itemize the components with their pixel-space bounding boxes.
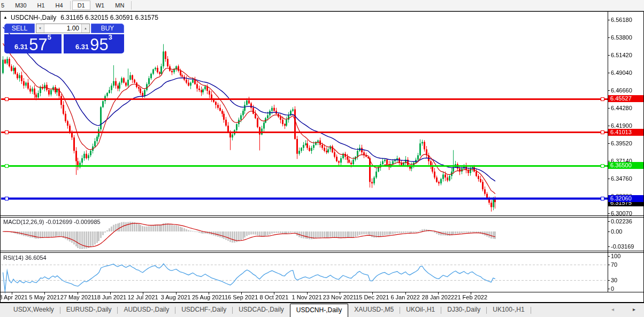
date-tick-label: 8 Oct 2021 <box>259 294 288 300</box>
sell-price-small: 6.31 <box>14 42 28 52</box>
price-tick-mark <box>608 143 610 144</box>
rsi-tick-label: 30 <box>611 277 617 283</box>
chart-tab-ukoil-h1[interactable]: UKOil-,H1 <box>400 303 441 317</box>
rsi-panel-bottom-border <box>1 292 643 292</box>
tab-scroll-left-button[interactable]: ◂ <box>611 306 614 312</box>
timeframe-button-D1[interactable]: D1 <box>72 1 90 10</box>
date-tick-label: 18 Jun 2021 <box>94 294 127 300</box>
date-tick-label: 15 Dec 2021 <box>356 294 389 300</box>
date-tick-label: 12 Jul 2021 <box>128 294 158 300</box>
macd-label: MACD(12,26,9) -0.012699 -0.009985 <box>3 219 101 225</box>
date-tick-label: 1 Nov 2021 <box>292 294 322 300</box>
rsi-tick-mark <box>608 256 610 257</box>
date-tick-label: 25 Aug 2021 <box>192 294 225 300</box>
macd-tick-mark <box>608 221 610 222</box>
price-tick-label: 6.39520 <box>611 141 632 146</box>
rsi-tick-label: 100 <box>611 253 620 259</box>
buy-price-small: 6.31 <box>75 42 89 52</box>
timeframe-button-H4[interactable]: H4 <box>50 1 68 10</box>
buy-button[interactable]: BUY <box>91 24 124 33</box>
volume-decrease-button[interactable]: ▼ <box>36 24 44 33</box>
price-tick-mark <box>608 179 610 179</box>
price-tick-label: 6.51420 <box>611 52 632 58</box>
sell-price-display[interactable]: 6.31 57 5 <box>4 34 62 53</box>
rsi-tick-mark <box>608 280 610 281</box>
timeframe-button-H1[interactable]: H1 <box>32 1 50 10</box>
price-tick-mark <box>608 108 610 109</box>
one-click-trading-panel: SELL ▼ ▲ BUY 6.31 57 5 6.31 95 3 <box>4 24 124 53</box>
price-axis-line <box>608 11 608 292</box>
rsi-tick-mark <box>608 265 610 265</box>
price-tick-label: 6.49040 <box>611 70 632 76</box>
price-tick-label: 6.53800 <box>611 35 632 41</box>
date-tick-label: 28 Jan 2022 <box>422 294 455 300</box>
price-tick-mark <box>608 20 610 20</box>
volume-increase-button[interactable]: ▲ <box>81 24 89 33</box>
chart-tab-uk100-h1[interactable]: UK100-,H1 <box>487 303 530 317</box>
mt4-terminal-window: 5M30H1H4D1W1MN ▲ USDCNH-,Daily 6.31165 6… <box>0 0 644 317</box>
rsi-tick-label: 0 <box>611 286 614 292</box>
macd-tick-label: -0.03169 <box>611 244 634 250</box>
macd-tick-label: 0.00 <box>611 229 622 235</box>
chart-header: ▲ USDCNH-,Daily 6.31165 6.32015 6.30591 … <box>3 13 158 21</box>
price-tick-label: 6.34760 <box>611 176 632 182</box>
timeframe-button-5[interactable]: 5 <box>0 1 10 10</box>
chart-tab-xauusd-m5[interactable]: XAUUSD-,M5 <box>348 303 400 317</box>
chart-tab-eurusd-daily[interactable]: EURUSD-,Daily <box>60 303 118 317</box>
macd-tick-label: 0.02236 <box>611 219 632 225</box>
price-tick-label: 6.30070 <box>611 211 632 217</box>
macd-tick-mark <box>608 231 610 232</box>
main-panel-bottom-border <box>1 215 643 216</box>
rsi-tick-mark <box>608 289 610 289</box>
date-tick-label: 27 May 2021 <box>60 294 95 300</box>
sell-button[interactable]: SELL <box>4 24 35 33</box>
rsi-tick-label: 70 <box>611 262 617 268</box>
macd-tick-mark <box>608 246 610 247</box>
price-tick-label: 6.41900 <box>611 123 632 129</box>
tab-separator <box>531 307 531 314</box>
price-tick-mark <box>608 213 610 214</box>
price-tick-mark <box>608 37 610 38</box>
hline-price-tag: 6.45527 <box>608 95 643 102</box>
chart-tab-dj30-daily[interactable]: DJ30-,Daily <box>441 303 486 317</box>
buy-price-big: 95 <box>90 38 108 52</box>
date-tick-label: 6 Jan 2022 <box>390 294 419 300</box>
volume-input[interactable] <box>44 24 81 33</box>
chart-tab-usdcnh-daily[interactable]: USDCNH-,Daily <box>290 304 348 317</box>
timeframe-button-MN[interactable]: MN <box>110 1 129 10</box>
date-tick-label: 3 Aug 2021 <box>161 294 191 300</box>
buy-price-sup: 3 <box>109 34 112 41</box>
price-tick-label: 6.44280 <box>611 105 632 111</box>
rsi-panel-splitter[interactable] <box>1 252 643 253</box>
sell-price-sup: 5 <box>48 34 51 41</box>
chart-tab-audusd-daily[interactable]: AUDUSD-,Daily <box>118 303 175 317</box>
buy-price-display[interactable]: 6.31 95 3 <box>64 34 124 53</box>
date-tick-label: 21 Feb 2022 <box>454 294 487 300</box>
timeframe-button-W1[interactable]: W1 <box>90 1 110 10</box>
chart-tab-bar: USDX,WeeklyEURUSD-,DailyAUDUSD-,DailyUSD… <box>0 303 644 317</box>
timeframe-toolbar: 5M30H1H4D1W1MN <box>0 0 644 11</box>
toolbar-separator <box>70 1 71 10</box>
hline-price-tag: 6.36500 <box>608 162 643 169</box>
price-tick-label: 6.56180 <box>611 17 632 23</box>
chart-tab-usdchf-daily[interactable]: USDCHF-,Daily <box>175 303 232 317</box>
chart-tab-usdcad-daily[interactable]: USDCAD-,Daily <box>233 303 290 317</box>
sell-price-big: 57 <box>29 38 47 52</box>
date-tick-label: 5 May 2021 <box>29 294 60 300</box>
macd-panel-splitter[interactable] <box>1 217 643 218</box>
collapse-panel-icon[interactable]: ▲ <box>3 15 7 20</box>
volume-spinner: ▼ ▲ <box>36 24 90 33</box>
price-tick-mark <box>608 126 610 126</box>
triangle-down-icon: ▼ <box>39 27 42 30</box>
price-tick-mark <box>608 161 610 161</box>
chart-title: USDCNH-,Daily <box>11 14 56 21</box>
chart-ohlc-values: 6.31165 6.32015 6.30591 6.31575 <box>60 14 158 21</box>
toolbar-separator <box>131 1 132 10</box>
price-tick-label: 6.46660 <box>611 88 632 94</box>
macd-panel-bottom-border <box>1 251 643 251</box>
date-tick-label: 23 Nov 2021 <box>323 294 356 300</box>
hline-price-tag: 6.41013 <box>608 129 643 136</box>
tab-scroll-right-button[interactable]: ▸ <box>633 306 635 312</box>
timeframe-button-M30[interactable]: M30 <box>10 1 32 10</box>
chart-tab-usdx-weekly[interactable]: USDX,Weekly <box>7 303 60 317</box>
